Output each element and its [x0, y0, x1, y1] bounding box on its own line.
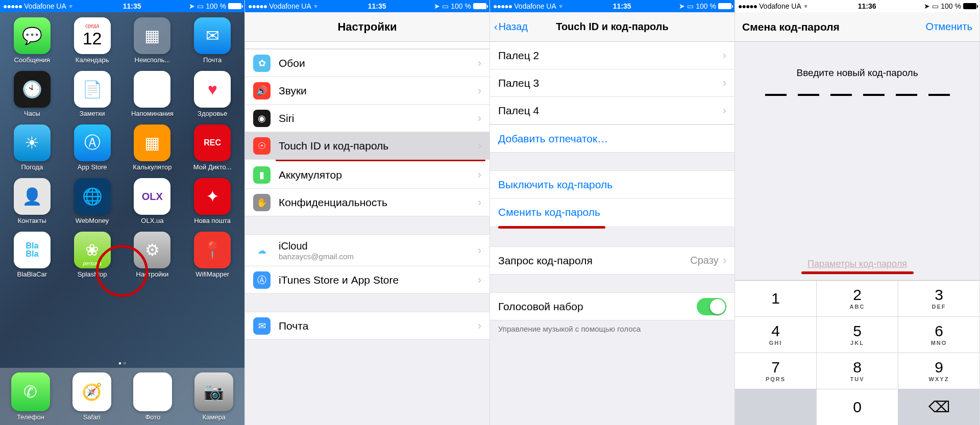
- app-calculator[interactable]: ▦Калькулятор: [125, 124, 181, 171]
- key-number: 3: [935, 287, 943, 303]
- status-bar: ●●●●● Vodafone UA ᯤ 11:35 ➤ ▭ 100 %: [490, 0, 734, 12]
- app-camera[interactable]: 📷Камера: [194, 372, 233, 421]
- settings-row-general-partial[interactable]: [245, 42, 489, 49]
- passcode-digit: [798, 94, 819, 96]
- key-number: 6: [935, 323, 943, 339]
- privacy-icon: ✋: [253, 194, 271, 211]
- app-blabla[interactable]: Bla BlaBlaBlaCar: [4, 232, 60, 278]
- nav-bar: Настройки: [245, 12, 489, 42]
- settings-row[interactable]: ⒶiTunes Store и App Store›: [245, 266, 489, 294]
- app-health[interactable]: ♥Здоровье: [184, 71, 240, 117]
- app-appstore[interactable]: ⒶApp Store: [64, 124, 120, 171]
- turn-off-passcode-row[interactable]: Выключить код-пароль: [490, 171, 734, 198]
- app-phone[interactable]: ✆Телефон: [11, 372, 50, 421]
- app-folder[interactable]: ▦Неисполь...: [125, 17, 181, 64]
- app-label: Часы: [24, 110, 40, 117]
- app-novaposhta[interactable]: ✦Нова пошта: [184, 178, 240, 224]
- app-message[interactable]: 💬Сообщения: [4, 17, 60, 64]
- app-label: Погода: [21, 163, 43, 171]
- clock-icon: 🕙: [14, 71, 51, 108]
- fingerprint-label: Палец 2: [498, 49, 723, 62]
- passcode-options-link[interactable]: Параметры код-пароля: [735, 259, 979, 269]
- battery-icon: [228, 3, 241, 9]
- app-clock[interactable]: 🕙Часы: [4, 71, 60, 117]
- settings-row[interactable]: ▮Аккумулятор›: [245, 161, 489, 189]
- row-label: Почта: [279, 320, 478, 332]
- app-contacts[interactable]: 👤Контакты: [4, 178, 60, 224]
- key-number: 2: [853, 287, 862, 303]
- signal-icon: ●●●●●: [3, 2, 22, 10]
- fingerprint-row[interactable]: Палец 4›: [490, 97, 734, 124]
- orientation-icon: ▭: [197, 2, 204, 10]
- key-9[interactable]: 9WXYZ: [898, 353, 979, 389]
- key-1[interactable]: 1: [735, 281, 816, 316]
- key-6[interactable]: 6MNO: [898, 317, 979, 353]
- passcode-digit: [896, 94, 917, 96]
- app-label: Сообщения: [14, 56, 51, 64]
- key-3[interactable]: 3DEF: [898, 281, 979, 316]
- nav-title: Touch ID и код-пароль: [556, 21, 669, 33]
- passcode-digit: [830, 94, 852, 96]
- phone-icon: ✆: [11, 372, 50, 411]
- key-number: 9: [935, 360, 943, 375]
- settings-row[interactable]: ☁iCloudbanzaycs@gmail.com›: [245, 235, 489, 266]
- key-2[interactable]: 2ABC: [817, 281, 898, 316]
- key-4[interactable]: 4GHI: [735, 317, 816, 353]
- backspace-key[interactable]: ⌫: [898, 389, 979, 425]
- fingerprint-row[interactable]: Палец 2›: [490, 42, 734, 69]
- turn-off-label: Выключить код-пароль: [498, 179, 612, 191]
- screen-touchid: ●●●●● Vodafone UA ᯤ 11:35 ➤ ▭ 100 % ‹ На…: [490, 0, 735, 425]
- change-passcode-row[interactable]: Сменить код-пароль: [490, 198, 734, 226]
- add-fingerprint-row[interactable]: Добавить отпечаток…: [490, 125, 734, 153]
- app-reminders[interactable]: ☰Напоминания: [125, 71, 181, 117]
- row-label: Аккумулятор: [279, 169, 478, 181]
- contacts-icon: 👤: [14, 178, 51, 215]
- key-7[interactable]: 7PQRS: [735, 353, 816, 389]
- key-0[interactable]: 0: [817, 389, 898, 425]
- itunes-icon: Ⓐ: [253, 271, 271, 289]
- status-bar: ●●●●● Vodafone UA ᯤ 11:35 ➤ ▭ 100 %: [245, 0, 489, 12]
- chevron-right-icon: ›: [478, 168, 481, 182]
- settings-row[interactable]: ✋Конфиденциальность›: [245, 189, 489, 216]
- app-weather[interactable]: ☀Погода: [4, 124, 60, 171]
- settings-row[interactable]: ☉Touch ID и код-пароль›: [245, 132, 489, 160]
- settings-row[interactable]: 🔊Звуки›: [245, 77, 489, 105]
- app-recorder[interactable]: RECМой Дикто...: [184, 124, 240, 171]
- battery-percent: 100 %: [941, 2, 961, 10]
- app-notes[interactable]: 📄Заметки: [64, 71, 120, 117]
- nav-title: Настройки: [337, 20, 397, 34]
- key-8[interactable]: 8TUV: [817, 353, 898, 389]
- battery-percent: 100 %: [696, 2, 716, 10]
- location-icon: ➤: [189, 2, 195, 10]
- novaposhta-icon: ✦: [194, 178, 231, 215]
- back-button[interactable]: ‹ Назад: [494, 21, 528, 33]
- battery-icon: [473, 3, 486, 9]
- key-5[interactable]: 5JKL: [817, 317, 898, 353]
- settings-row[interactable]: ◉Siri›: [245, 105, 489, 132]
- app-calendar[interactable]: среда12Календарь: [64, 17, 120, 64]
- fingerprint-row[interactable]: Палец 3›: [490, 69, 734, 97]
- app-mail[interactable]: ✉Почта: [184, 17, 240, 64]
- status-time: 11:35: [75, 2, 189, 10]
- app-label: Контакты: [18, 217, 46, 224]
- recorder-icon: REC: [194, 124, 231, 161]
- app-safari[interactable]: 🧭Safari: [72, 372, 111, 421]
- nav-title: Смена код-пароля: [742, 21, 840, 33]
- key-number: ⌫: [928, 399, 950, 415]
- app-photos[interactable]: ✿Фото: [133, 372, 172, 421]
- cancel-button[interactable]: Отменить: [926, 21, 972, 33]
- app-wifimapper[interactable]: 📍WifiMapper: [184, 232, 240, 278]
- app-olx[interactable]: OLXOLX.ua: [125, 178, 181, 224]
- settings-row[interactable]: ✉Почта›: [245, 312, 489, 340]
- message-icon: 💬: [14, 17, 51, 54]
- sounds-icon: 🔊: [253, 82, 271, 99]
- signal-icon: ●●●●●: [493, 2, 512, 10]
- voice-dial-row[interactable]: Голосовой набор: [490, 293, 734, 320]
- require-passcode-row[interactable]: Запрос код-пароля Сразу ›: [490, 247, 734, 274]
- app-label: Неисполь...: [135, 56, 170, 64]
- voice-dial-toggle[interactable]: [697, 298, 726, 315]
- settings-row[interactable]: ✿Обои›: [245, 49, 489, 77]
- photos-icon: ✿: [133, 372, 172, 411]
- row-label: Конфиденциальность: [279, 196, 478, 209]
- app-webmoney[interactable]: 🌐WebMoney: [64, 178, 120, 224]
